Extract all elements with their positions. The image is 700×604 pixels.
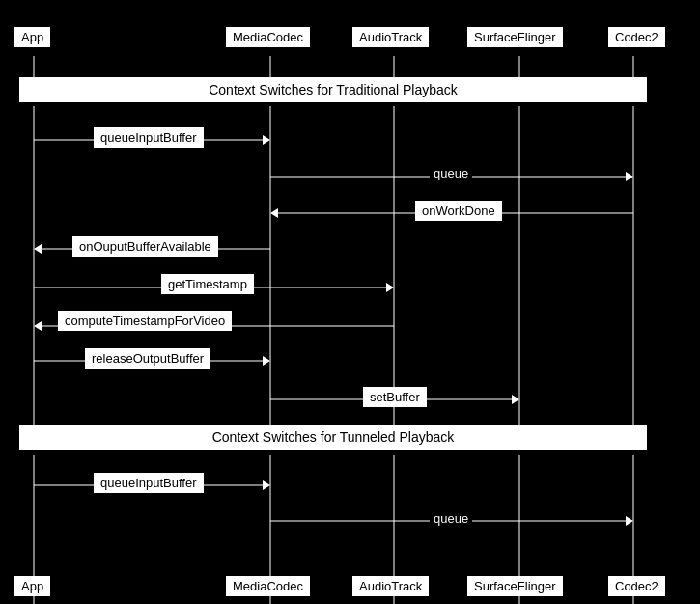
diagram-container: App MediaCodec AudioTrack SurfaceFlinger…	[0, 0, 700, 604]
label-releaseoutputbuffer: releaseOutputBuffer	[85, 348, 210, 369]
label-computetimestampforvideo: computeTimestampForVideo	[58, 311, 232, 331]
svg-marker-23	[263, 356, 270, 366]
header-app: App	[14, 27, 50, 47]
label-queue-1: queue	[430, 164, 472, 182]
svg-marker-25	[512, 395, 519, 404]
svg-marker-11	[263, 135, 270, 145]
footer-codec2: Codec2	[608, 576, 665, 596]
label-queue-2: queue	[430, 509, 472, 528]
svg-marker-15	[270, 208, 278, 218]
header-mediacodec: MediaCodec	[226, 27, 310, 47]
section1-header: Context Switches for Traditional Playbac…	[19, 77, 647, 102]
svg-marker-17	[34, 244, 42, 254]
header-codec2: Codec2	[608, 27, 665, 47]
label-queueinputbuffer-1: queueInputBuffer	[94, 127, 204, 148]
svg-marker-32	[263, 480, 270, 490]
label-onouputbufferavailable: onOuputBufferAvailable	[72, 236, 218, 257]
footer-app: App	[14, 576, 50, 596]
label-onworkdone: onWorkDone	[415, 201, 502, 221]
svg-marker-21	[34, 321, 42, 331]
svg-marker-13	[626, 172, 633, 181]
header-audiotrack: AudioTrack	[352, 27, 429, 47]
svg-marker-19	[386, 283, 394, 292]
header-surfaceflinger: SurfaceFlinger	[467, 27, 563, 47]
label-queueinputbuffer-2: queueInputBuffer	[94, 473, 204, 493]
footer-mediacodec: MediaCodec	[226, 576, 310, 596]
label-gettimestamp: getTimestamp	[161, 274, 254, 294]
footer-surfaceflinger: SurfaceFlinger	[467, 576, 563, 596]
svg-marker-34	[626, 516, 633, 526]
label-setbuffer: setBuffer	[363, 387, 427, 407]
footer-audiotrack: AudioTrack	[352, 576, 429, 596]
section2-header: Context Switches for Tunneled Playback	[19, 425, 647, 450]
